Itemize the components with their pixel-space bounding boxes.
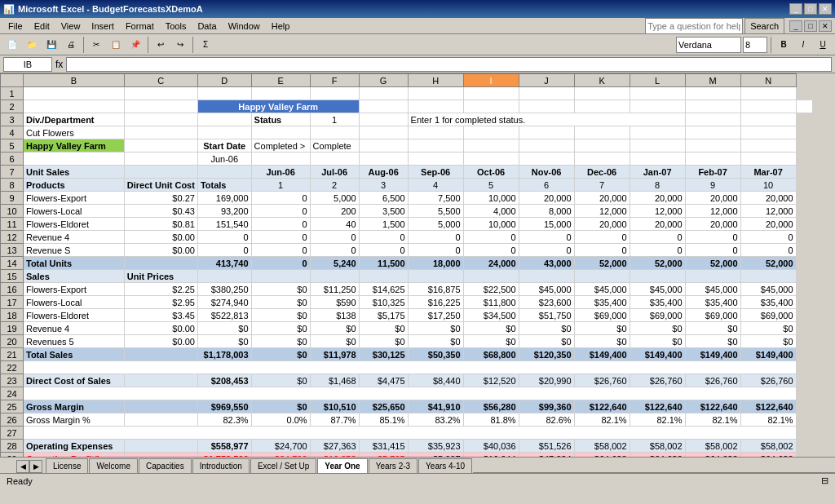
cell-l2[interactable] xyxy=(685,100,740,113)
cell-n5[interactable] xyxy=(740,139,796,153)
cell-h6[interactable] xyxy=(408,153,463,166)
cell-m18[interactable]: $69,000 xyxy=(685,309,740,322)
cell-b12[interactable]: Revenue 4 xyxy=(24,231,125,244)
cell-m4[interactable] xyxy=(685,126,740,139)
cell-i26[interactable]: 81.8% xyxy=(463,413,519,427)
cell-c12[interactable]: $0.00 xyxy=(124,231,197,244)
cell-f5[interactable]: Complete xyxy=(310,139,359,153)
cell-title[interactable]: Happy Valley Farm xyxy=(197,100,359,113)
cell-j21[interactable]: $120,350 xyxy=(519,348,574,361)
cell-k21[interactable]: $149,400 xyxy=(574,348,630,361)
cell-b13[interactable]: Revenue S xyxy=(24,244,125,257)
cell-b6[interactable] xyxy=(24,153,125,166)
cell-j18[interactable]: $51,750 xyxy=(519,309,574,322)
cell-n12[interactable]: 0 xyxy=(740,231,796,244)
cell-e5[interactable]: Completed > xyxy=(251,139,310,153)
cell-c15[interactable]: Unit Prices xyxy=(124,270,197,283)
cell-h16[interactable]: $16,875 xyxy=(408,283,463,296)
cell-m12[interactable]: 0 xyxy=(685,231,740,244)
cell-g3[interactable] xyxy=(359,113,408,126)
name-box[interactable] xyxy=(3,57,52,72)
title-bar-controls[interactable]: _ □ ✕ xyxy=(789,3,832,15)
cell-b11[interactable]: Flowers-Eldoret xyxy=(24,218,125,231)
cell-f2[interactable] xyxy=(359,100,408,113)
cell-m26[interactable]: 82.1% xyxy=(685,413,740,427)
cell-l1[interactable] xyxy=(630,87,685,100)
cell-f1[interactable] xyxy=(310,87,359,100)
cell-d26[interactable]: 82.3% xyxy=(197,413,251,427)
cell-b7[interactable]: Unit Sales xyxy=(24,166,125,179)
cell-l6[interactable] xyxy=(630,153,685,166)
cell-m3[interactable] xyxy=(685,113,740,126)
cell-h28[interactable]: $35,923 xyxy=(408,440,463,453)
cell-n9[interactable]: 20,000 xyxy=(740,192,796,205)
cell-d21[interactable]: $1,178,003 xyxy=(197,348,251,361)
cell-f26[interactable]: 87.7% xyxy=(310,413,359,427)
row-header-15[interactable]: 15 xyxy=(1,270,24,283)
cell-f16[interactable]: $11,250 xyxy=(310,283,359,296)
cell-h19[interactable]: $0 xyxy=(408,322,463,335)
cell-g4[interactable] xyxy=(359,126,408,139)
cell-g2[interactable] xyxy=(408,100,463,113)
row-header-1[interactable]: 1 xyxy=(1,87,24,100)
cell-g13[interactable]: 0 xyxy=(359,244,408,257)
cell-c5[interactable] xyxy=(124,139,197,153)
cell-l23[interactable]: $26,760 xyxy=(630,374,685,387)
cell-e14[interactable]: 0 xyxy=(251,257,310,270)
cell-n23[interactable]: $26,760 xyxy=(740,374,796,387)
cell-h18[interactable]: $17,250 xyxy=(408,309,463,322)
cell-i21[interactable]: $68,800 xyxy=(463,348,519,361)
cell-e21[interactable]: $0 xyxy=(251,348,310,361)
cell-i4[interactable] xyxy=(463,126,519,139)
cell-g8[interactable]: 3 xyxy=(359,179,408,192)
row-header-26[interactable]: 26 xyxy=(1,413,24,427)
cell-i16[interactable]: $22,500 xyxy=(463,283,519,296)
row-header-18[interactable]: 18 xyxy=(1,309,24,322)
cell-m6[interactable] xyxy=(685,153,740,166)
cell-k19[interactable]: $0 xyxy=(574,322,630,335)
cell-i5[interactable] xyxy=(463,139,519,153)
cell-h3[interactable]: Enter 1 for completed status. xyxy=(408,113,685,126)
cell-e9[interactable]: 0 xyxy=(251,192,310,205)
cell-h26[interactable]: 83.2% xyxy=(408,413,463,427)
cell-k23[interactable]: $26,760 xyxy=(574,374,630,387)
cell-c8[interactable]: Direct Unit Cost xyxy=(124,179,197,192)
col-header-N[interactable]: N xyxy=(740,74,796,87)
cell-b1[interactable] xyxy=(24,87,125,100)
cell-j6[interactable] xyxy=(519,153,574,166)
row-header-20[interactable]: 20 xyxy=(1,335,24,348)
cell-c2[interactable] xyxy=(124,100,197,113)
cell-d19[interactable]: $0 xyxy=(197,322,251,335)
tab-years-4-10[interactable]: Years 4-10 xyxy=(418,458,472,473)
cell-l5[interactable] xyxy=(630,139,685,153)
undo-button[interactable]: ↩ xyxy=(152,36,170,54)
formula-input[interactable] xyxy=(66,57,832,72)
menu-help[interactable]: Help xyxy=(267,20,295,33)
cell-n15[interactable] xyxy=(740,270,796,283)
cell-h4[interactable] xyxy=(408,126,463,139)
cell-b21[interactable]: Total Sales xyxy=(24,348,125,361)
cell-h12[interactable]: 0 xyxy=(408,231,463,244)
cell-l17[interactable]: $35,400 xyxy=(630,296,685,309)
cell-g10[interactable]: 3,500 xyxy=(359,205,408,218)
tab-scroll-right[interactable]: ▶ xyxy=(29,460,42,473)
cell-f7[interactable]: Jul-06 xyxy=(310,166,359,179)
cell-k26[interactable]: 82.1% xyxy=(574,413,630,427)
row-header-11[interactable]: 11 xyxy=(1,218,24,231)
cell-f28[interactable]: $27,363 xyxy=(310,440,359,453)
cell-d23[interactable]: $208,453 xyxy=(197,374,251,387)
cell-h1[interactable] xyxy=(408,87,463,100)
cell-b23[interactable]: Direct Cost of Sales xyxy=(24,374,125,387)
tab-license[interactable]: License xyxy=(46,458,88,473)
tab-excel-setup[interactable]: Excel / Set Up xyxy=(250,458,316,473)
cell-m20[interactable]: $0 xyxy=(685,335,740,348)
cell-b15[interactable]: Sales xyxy=(24,270,125,283)
cell-i15[interactable] xyxy=(463,270,519,283)
app-close-button[interactable]: ✕ xyxy=(819,20,832,32)
cell-n17[interactable]: $35,400 xyxy=(740,296,796,309)
cell-d8[interactable]: Totals xyxy=(197,179,251,192)
cell-n16[interactable]: $45,000 xyxy=(740,283,796,296)
cell-i14[interactable]: 24,000 xyxy=(463,257,519,270)
cell-j4[interactable] xyxy=(519,126,574,139)
cell-c25[interactable] xyxy=(124,400,197,413)
